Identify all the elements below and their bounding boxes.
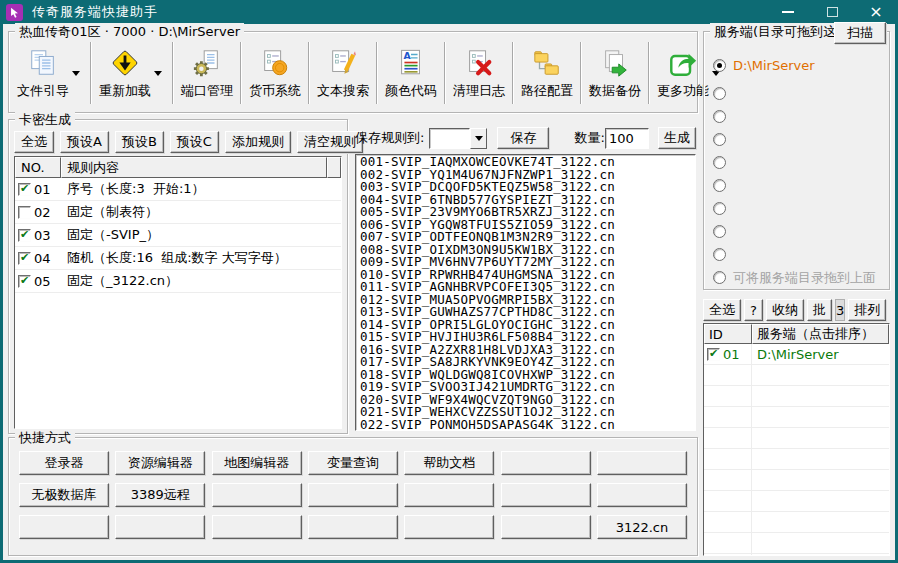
close-icon: ×: [869, 4, 882, 20]
server-col-id[interactable]: ID: [704, 324, 752, 344]
rule-row[interactable]: ✔ 04 随机（长度:16 组成:数字 大写字母）: [15, 247, 341, 270]
maximize-button[interactable]: [810, 0, 854, 24]
rule-row[interactable]: 02 固定（制表符）: [15, 201, 341, 224]
server-radio-slot[interactable]: [713, 105, 889, 128]
generated-codes-list[interactable]: 001-SVIP_IAQMXOWCEOVKE74T_3122.cn002-SVI…: [355, 154, 696, 431]
quantity-input[interactable]: [605, 128, 649, 149]
shortcut-button[interactable]: [404, 483, 494, 507]
radio-selected-icon[interactable]: [713, 59, 726, 72]
rule-number: 02: [34, 205, 51, 220]
radio-icon[interactable]: [713, 202, 726, 215]
server-list-button[interactable]: 3: [835, 299, 845, 321]
shortcut-button[interactable]: [404, 515, 494, 539]
radio-icon[interactable]: [713, 133, 726, 146]
shortcut-button[interactable]: [212, 483, 302, 507]
quantity-label: 数量:: [575, 129, 605, 147]
toolbar-button-label: 清理日志: [453, 82, 505, 100]
radio-icon[interactable]: [713, 225, 726, 238]
server-radio-slot[interactable]: [713, 151, 889, 174]
rule-checkbox[interactable]: ✔: [18, 275, 31, 288]
shortcut-button[interactable]: 登录器: [19, 451, 109, 475]
server-row[interactable]: ✔ 01 D:\MirServer: [704, 344, 889, 365]
minimize-button[interactable]: [766, 0, 810, 24]
save-target-dropdown[interactable]: [429, 128, 487, 149]
rule-checkbox[interactable]: ✔: [18, 252, 31, 265]
toolbar-button-path-config[interactable]: 路径配置: [517, 40, 577, 106]
generate-button[interactable]: 生成: [658, 127, 696, 149]
shortcut-button[interactable]: [501, 515, 591, 539]
shortcut-button[interactable]: [308, 515, 398, 539]
server-radio-hint: 可将服务端目录拖到上面: [713, 266, 889, 289]
shortcut-button[interactable]: [115, 515, 205, 539]
radio-icon[interactable]: [713, 110, 726, 123]
server-radio-slot[interactable]: [713, 82, 889, 105]
shortcut-button[interactable]: [597, 451, 687, 475]
server-table[interactable]: ID 服务端（点击排序） ✔ 01 D:\MirServer: [703, 323, 890, 556]
radio-icon[interactable]: [713, 87, 726, 100]
toolbar-button-port-manage[interactable]: 端口管理: [177, 40, 237, 106]
radio-icon[interactable]: [713, 156, 726, 169]
text-search-icon: [327, 47, 359, 79]
server-radio-slot[interactable]: [713, 243, 889, 266]
chevron-down-icon[interactable]: [69, 71, 83, 76]
toolbar-button-clean-log[interactable]: 清理日志: [449, 40, 509, 106]
server-radio-selected[interactable]: D:\MirServer: [713, 54, 889, 77]
server-row-checkbox[interactable]: ✔: [707, 348, 720, 361]
shortcut-button[interactable]: [501, 451, 591, 475]
cardgen-button[interactable]: 预设C: [170, 131, 219, 153]
rule-col-content[interactable]: 规则内容: [61, 157, 327, 178]
rule-row[interactable]: ✔ 01 序号（长度:3 开始:1）: [15, 178, 341, 201]
server-list-button[interactable]: 收纳: [766, 299, 804, 321]
shortcut-button[interactable]: [212, 515, 302, 539]
shortcut-button[interactable]: 地图编辑器: [212, 451, 302, 475]
shortcut-button[interactable]: [19, 515, 109, 539]
toolbar-button-label: 更多功能: [657, 82, 709, 100]
toolbar-button-file-guide[interactable]: 文件引导: [13, 40, 87, 106]
shortcut-button[interactable]: 资源编辑器: [115, 451, 205, 475]
radio-icon[interactable]: [713, 248, 726, 261]
close-button[interactable]: ×: [854, 0, 898, 24]
toolbar-button-data-backup[interactable]: 数据备份: [585, 40, 645, 106]
rule-checkbox[interactable]: ✔: [18, 229, 31, 242]
cardgen-button[interactable]: 预设A: [60, 131, 109, 153]
rule-checkbox[interactable]: ✔: [18, 183, 31, 196]
cardgen-button[interactable]: 添加规则: [225, 131, 291, 153]
server-radio-slot[interactable]: [713, 174, 889, 197]
server-list-button[interactable]: 排列: [848, 299, 886, 321]
rule-table[interactable]: NO. 规则内容 ✔ 01 序号（长度:3 开始:1）: [14, 156, 342, 429]
rule-row[interactable]: ✔ 05 固定（_3122.cn）: [15, 270, 341, 293]
toolbar-button-text-search[interactable]: 文本搜索: [313, 40, 373, 106]
server-list-button[interactable]: 批: [807, 299, 832, 321]
cardgen-button[interactable]: 清空规则: [297, 131, 363, 153]
server-row-empty: [704, 554, 889, 556]
shortcut-button[interactable]: 帮助文档: [404, 451, 494, 475]
shortcut-button[interactable]: [501, 483, 591, 507]
scan-button[interactable]: 扫描: [834, 22, 886, 44]
server-list-button[interactable]: 全选: [703, 299, 741, 321]
shortcut-button[interactable]: 变量查询: [308, 451, 398, 475]
rule-col-no[interactable]: NO.: [15, 157, 61, 178]
cardgen-button[interactable]: 预设B: [115, 131, 164, 153]
app-icon: [6, 4, 23, 21]
toolbar-button-color-code[interactable]: A颜色代码: [381, 40, 441, 106]
shortcut-button[interactable]: [308, 483, 398, 507]
server-radio-slot[interactable]: [713, 128, 889, 151]
shortcut-button[interactable]: 3389远程: [115, 483, 205, 507]
shortcut-button[interactable]: 3122.cn: [597, 515, 687, 539]
radio-icon[interactable]: [713, 179, 726, 192]
save-button[interactable]: 保存: [497, 127, 549, 149]
server-radio-slot[interactable]: [713, 197, 889, 220]
server-radio-slot[interactable]: [713, 220, 889, 243]
server-col-path[interactable]: 服务端（点击排序）: [752, 324, 889, 344]
rule-row[interactable]: ✔ 03 固定（-SVIP_）: [15, 224, 341, 247]
cardgen-button[interactable]: 全选: [14, 131, 54, 153]
toolbar-button-currency[interactable]: 货币系统: [245, 40, 305, 106]
rule-checkbox[interactable]: [18, 206, 31, 219]
dropdown-button[interactable]: [470, 128, 487, 149]
shortcut-button[interactable]: [597, 483, 687, 507]
titlebar[interactable]: 传奇服务端快捷助手 ×: [0, 0, 898, 24]
server-list-button[interactable]: ?: [744, 299, 763, 321]
toolbar-button-reload[interactable]: 重新加载: [95, 40, 169, 106]
shortcut-button[interactable]: 无极数据库: [19, 483, 109, 507]
chevron-down-icon[interactable]: [151, 71, 165, 76]
